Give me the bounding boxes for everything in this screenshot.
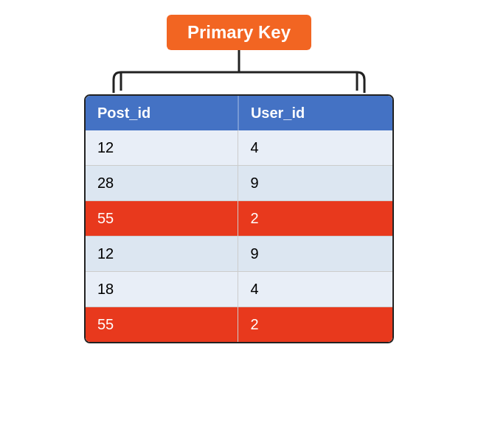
- cell-post-id: 28: [86, 166, 238, 201]
- cell-user-id: 4: [238, 272, 392, 307]
- cell-user-id: 9: [238, 237, 392, 272]
- cell-user-id: 4: [238, 130, 392, 166]
- bracket-decoration: [84, 50, 394, 94]
- col-post-id: Post_id: [86, 96, 238, 130]
- table-row: 184: [86, 272, 392, 307]
- col-user-id: User_id: [238, 96, 392, 130]
- cell-user-id: 9: [238, 166, 392, 201]
- cell-post-id: 12: [86, 130, 238, 166]
- table-row: 129: [86, 237, 392, 272]
- cell-post-id: 12: [86, 237, 238, 272]
- data-table: Post_id User_id 124289552129184552: [84, 94, 394, 343]
- table-row: 124: [86, 130, 392, 166]
- table-row: 552: [86, 307, 392, 343]
- cell-post-id: 55: [86, 201, 238, 237]
- table-header-row: Post_id User_id: [86, 96, 392, 130]
- table-row: 289: [86, 166, 392, 201]
- cell-post-id: 55: [86, 307, 238, 343]
- cell-user-id: 2: [238, 307, 392, 343]
- primary-key-badge: Primary Key: [167, 15, 311, 50]
- cell-post-id: 18: [86, 272, 238, 307]
- table-row: 552: [86, 201, 392, 237]
- cell-user-id: 2: [238, 201, 392, 237]
